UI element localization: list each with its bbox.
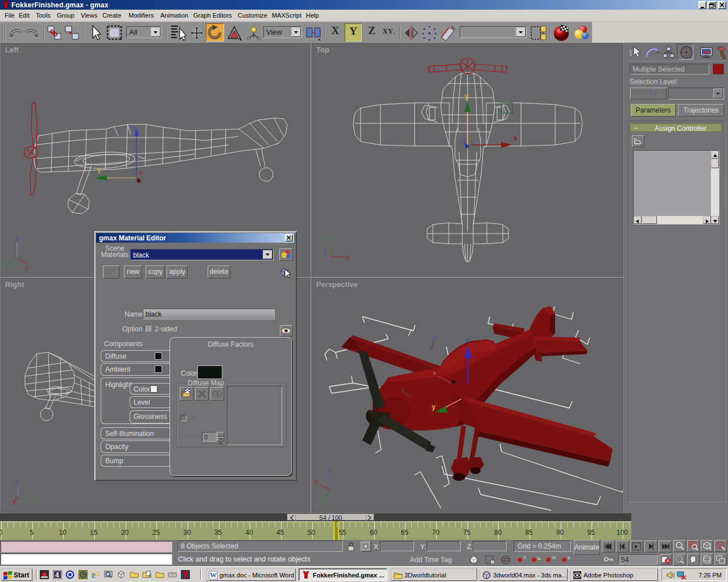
svg-text:4: 4 <box>55 571 59 579</box>
svg-text:W: W <box>210 571 217 579</box>
svg-text:y: y <box>31 496 34 504</box>
svg-text:%: % <box>552 555 556 560</box>
svg-text:x: x <box>315 478 318 486</box>
svg-text:5: 5 <box>568 555 570 560</box>
svg-text:z: z <box>324 249 327 257</box>
svg-text:z: z <box>16 478 19 486</box>
svg-text:y: y <box>3 260 7 268</box>
svg-text:z: z <box>133 124 136 132</box>
svg-text:x: x <box>25 264 28 272</box>
svg-text:x: x <box>514 134 518 142</box>
svg-text:3: 3 <box>523 555 526 560</box>
svg-text:x: x <box>139 169 143 177</box>
svg-text:y: y <box>465 92 469 100</box>
svg-text:z: z <box>466 336 470 344</box>
svg-text:z: z <box>328 467 332 475</box>
svg-text:y: y <box>328 234 332 242</box>
svg-text:x: x <box>13 498 16 506</box>
svg-text:△: △ <box>537 555 541 560</box>
svg-text:y: y <box>320 497 324 505</box>
svg-text:z: z <box>15 234 18 242</box>
svg-text:x: x <box>346 253 350 261</box>
svg-text:x: x <box>433 369 436 376</box>
svg-text:y: y <box>432 403 436 411</box>
